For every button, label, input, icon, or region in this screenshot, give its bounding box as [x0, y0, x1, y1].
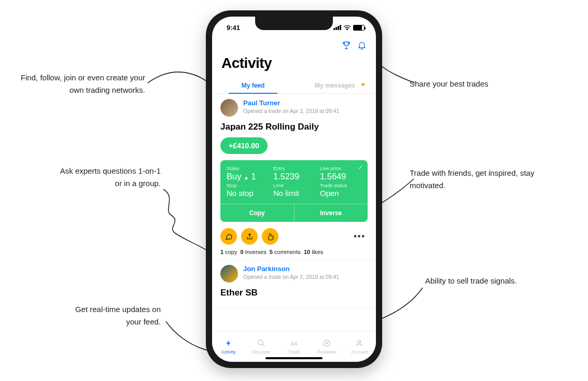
- trade-icon: [289, 338, 299, 348]
- signal-icon: [333, 25, 341, 30]
- post-stats: 1 copy 0 inverses 5 comments 10 likes: [220, 249, 368, 255]
- copy-button[interactable]: Copy: [220, 204, 295, 222]
- more-icon[interactable]: •••: [354, 232, 368, 241]
- avatar[interactable]: [220, 99, 238, 117]
- phone-screen: 9:41 Activity My feed: [212, 17, 376, 362]
- svg-point-0: [258, 340, 263, 345]
- entry-value: 1.5239: [273, 172, 315, 181]
- trophy-icon[interactable]: [342, 40, 351, 52]
- feed-post: Paul Turner Opened a trade on Apr 2, 201…: [212, 94, 376, 260]
- annotation-realtime: Get real-time updates on your feed.: [62, 303, 161, 328]
- svg-point-3: [358, 341, 361, 343]
- annotation-share: Share your best trades: [410, 78, 524, 90]
- instrument-name: Ether SB: [220, 288, 368, 298]
- tab-my-feed[interactable]: My feed: [212, 77, 294, 93]
- annotation-networks: Find, follow, join or even create your o…: [10, 72, 145, 96]
- bolt-icon: [225, 338, 232, 348]
- post-author[interactable]: Paul Turner: [243, 99, 339, 107]
- live-price-label: Live price: [320, 165, 361, 171]
- stake-label: Stake: [227, 165, 268, 171]
- share-icon[interactable]: [241, 228, 258, 245]
- stop-value: No stop: [227, 189, 268, 197]
- bell-icon[interactable]: [357, 40, 367, 52]
- trade-status-value: Open: [320, 189, 361, 197]
- limit-value: No limit: [273, 189, 315, 197]
- target-icon: [323, 338, 331, 348]
- stop-label: Stop: [227, 182, 268, 188]
- live-price-value: 1.5649: [320, 172, 361, 181]
- feed-post: Jon Parkinson Opened a trade on Apr 2, 2…: [212, 260, 376, 308]
- svg-point-2: [326, 343, 328, 344]
- user-icon: [355, 338, 363, 348]
- entry-label: Entry: [273, 165, 315, 171]
- tab-my-messages[interactable]: My messages: [294, 77, 376, 93]
- feed-list[interactable]: Paul Turner Opened a trade on Apr 2, 201…: [212, 94, 376, 348]
- avatar[interactable]: [220, 265, 238, 283]
- feed-tabs: My feed My messages: [212, 77, 376, 94]
- post-author[interactable]: Jon Parkinson: [243, 265, 339, 273]
- tab-my-messages-label: My messages: [315, 82, 355, 89]
- phone-frame: 9:41 Activity My feed: [206, 10, 382, 368]
- annotation-experts: Ask experts questions 1-on-1 or in a gro…: [57, 165, 161, 190]
- tabbar-account[interactable]: Account: [343, 331, 376, 362]
- instrument-name: Japan 225 Rolling Daily: [220, 122, 368, 132]
- inverse-button[interactable]: Inverse: [295, 204, 368, 222]
- annotation-friends: Trade with friends, get inspired, stay m…: [410, 167, 544, 192]
- search-icon: [257, 338, 265, 348]
- battery-icon: [353, 25, 365, 31]
- arrow-up-icon: ▲: [244, 175, 249, 180]
- trade-status-label: Trade status: [320, 182, 361, 188]
- pnl-pill: +£410.00: [220, 137, 268, 154]
- phone-notch: [255, 17, 333, 30]
- limit-label: Limit: [273, 182, 315, 188]
- trade-card: ⤢ Stake Buy ▲ 1 Entry 1.5239: [220, 160, 368, 222]
- page-title: Activity: [221, 55, 367, 72]
- home-indicator[interactable]: [265, 357, 323, 359]
- page-header: Activity: [212, 52, 376, 77]
- tabbar-activity[interactable]: Activity: [212, 331, 245, 362]
- like-icon[interactable]: [262, 228, 278, 245]
- status-time: 9:41: [227, 24, 240, 32]
- unread-dot-icon: [361, 83, 365, 86]
- annotation-signals: Ability to sell trade signals.: [425, 275, 529, 287]
- post-meta: Opened a trade on Apr 2, 2018 at 09:41: [243, 108, 339, 114]
- stake-value: Buy ▲ 1: [227, 172, 268, 181]
- comment-icon[interactable]: [220, 228, 237, 245]
- wifi-icon: [343, 25, 351, 31]
- post-meta: Opened a trade on Apr 2, 2018 at 09:41: [243, 274, 339, 280]
